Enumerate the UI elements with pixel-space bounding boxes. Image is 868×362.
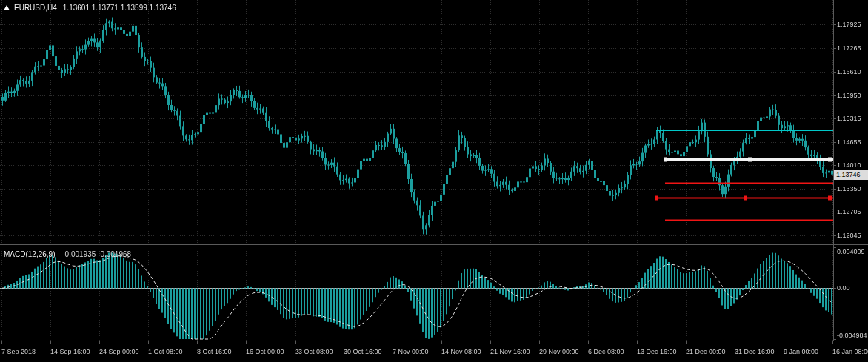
price-axis-label: 1.12705 — [837, 208, 861, 215]
time-axis-label: 7 Sep 2018 — [1, 348, 36, 355]
time-axis-label: 30 Oct 16:00 — [344, 348, 382, 355]
macd-axis-label: 0.00 — [837, 284, 850, 292]
price-axis-label: 1.17265 — [837, 44, 861, 52]
time-axis-label: 9 Jan 00:00 — [784, 348, 818, 355]
macd-label: MACD(12,26,9) — [4, 250, 55, 258]
price-axis-label: 1.16610 — [837, 68, 861, 76]
time-axis-label: 16 Jan 08:00 — [832, 348, 868, 355]
time-axis[interactable]: 7 Sep 201814 Sep 16:0024 Sep 00:001 Oct … — [0, 341, 868, 362]
time-axis-label: 31 Dec 16:00 — [735, 348, 775, 355]
price-axis-label: 1.12045 — [837, 232, 861, 239]
price-axis-label: 1.17925 — [837, 21, 861, 28]
chart-window: EURUSD,H4 1.13601 1.13771 1.13599 1.1374… — [0, 0, 868, 362]
price-axis-label: 1.13350 — [837, 185, 861, 192]
price-axis-label: 1.15315 — [837, 115, 861, 122]
time-axis-label: 21 Dec 00:00 — [686, 348, 726, 355]
time-axis-label: 14 Nov 08:00 — [441, 348, 481, 355]
time-axis-label: 13 Dec 16:00 — [637, 348, 677, 355]
time-axis-label: 1 Oct 08:00 — [148, 348, 183, 355]
macd-axis-label: 0.004009 — [837, 248, 865, 255]
time-axis-label: 8 Oct 16:00 — [197, 348, 232, 355]
time-axis-label: 23 Oct 08:00 — [295, 348, 333, 355]
time-axis-label: 16 Oct 00:00 — [246, 348, 284, 355]
time-axis-label: 7 Nov 00:00 — [393, 348, 429, 355]
time-axis-label: 6 Dec 08:00 — [588, 348, 624, 355]
price-axis-label: 1.14655 — [837, 138, 861, 146]
price-chart-canvas[interactable] — [0, 0, 868, 362]
macd-indicator-header: MACD(12,26,9) -0.001935 -0.001968 — [4, 250, 131, 258]
symbol-marker-icon — [4, 5, 10, 10]
macd-axis-label: -0.004984 — [837, 332, 867, 339]
time-axis-label: 29 Nov 00:00 — [539, 348, 579, 355]
chart-header: EURUSD,H4 1.13601 1.13771 1.13599 1.1374… — [4, 4, 176, 12]
price-axis-label: 1.14010 — [837, 161, 861, 169]
time-axis-label: 14 Sep 16:00 — [50, 348, 90, 355]
price-axis-label: 1.15950 — [837, 92, 861, 99]
current-price-tag: 1.13746 — [834, 170, 868, 180]
symbol-timeframe-label: EURUSD,H4 — [14, 4, 57, 12]
ohlc-values: 1.13601 1.13771 1.13599 1.13746 — [63, 4, 176, 12]
time-axis-label: 21 Nov 16:00 — [490, 348, 530, 355]
time-axis-label: 24 Sep 00:00 — [99, 348, 139, 355]
macd-current-values: -0.001935 -0.001968 — [62, 250, 131, 258]
